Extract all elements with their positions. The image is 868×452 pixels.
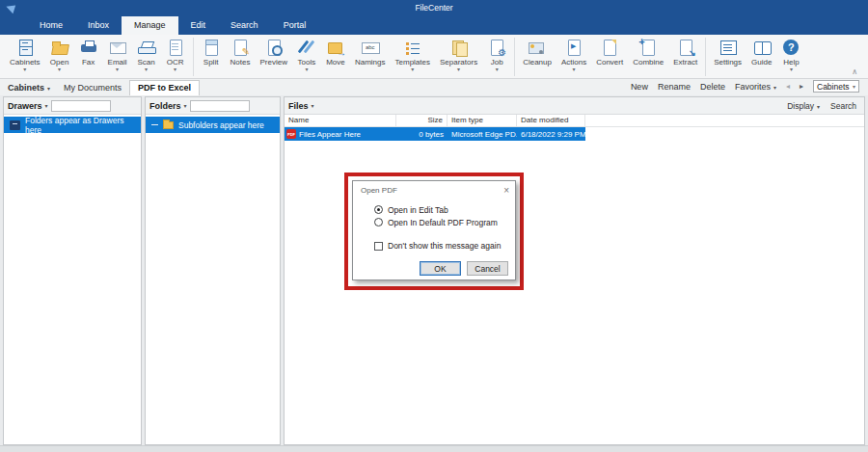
ribbon-button[interactable]: Actions ▾ (556, 38, 591, 76)
radio-option[interactable]: Open In Default PDF Program (374, 216, 515, 228)
file-name: Files Appear Here (299, 130, 361, 139)
dialog-title: Open PDF (361, 186, 397, 195)
ribbon-button[interactable]: Move ▾ (321, 38, 350, 76)
dont-show-again-option[interactable]: Don't show this message again (374, 241, 515, 251)
ribbon-button[interactable]: Templates ▾ (391, 38, 435, 76)
ribbon-button[interactable]: Email ▾ (103, 38, 132, 76)
menu-tab[interactable]: Manage (122, 16, 178, 35)
ribbon-button[interactable]: Separators ▾ (435, 38, 482, 76)
chevron-down-icon[interactable]: ▾ (184, 102, 187, 109)
ribbon-button[interactable]: Settings ▾ (709, 38, 746, 76)
ribbon-button[interactable]: Extract ▾ (668, 38, 702, 76)
cabinet-icon (15, 39, 35, 56)
ribbon-button[interactable]: Guide ▾ (746, 38, 776, 76)
radio-option[interactable]: Open in Edit Tab (374, 203, 515, 216)
radio-icon[interactable] (374, 205, 383, 214)
menu-tab[interactable]: Edit (178, 16, 219, 35)
chevron-down-icon: ▾ (305, 66, 308, 72)
open-pdf-dialog: Open PDF × Open in Edit Tab Open In Defa… (352, 180, 516, 280)
pathbar-action[interactable]: New▾ (631, 82, 648, 92)
pathbar-action[interactable]: Rename▾ (658, 82, 691, 92)
chevron-down-icon: ▾ (853, 83, 855, 90)
menu-tab[interactable]: Inbox (75, 16, 122, 35)
ribbon-button-label: Scan (137, 58, 154, 66)
column-header[interactable]: Name (285, 115, 396, 126)
prev-page-button[interactable]: ◂ (786, 82, 790, 91)
column-header[interactable]: Date modified (517, 115, 585, 126)
display-menu[interactable]: Display▾ (787, 101, 820, 111)
move-folder-icon (326, 39, 345, 56)
ribbon-button[interactable]: Scan ▾ (132, 38, 161, 76)
ribbon-button[interactable]: OCR ▾ (161, 38, 190, 76)
files-search-button[interactable]: Search (830, 101, 856, 111)
drawers-header: Drawers ▾ (4, 97, 141, 115)
ribbon-button[interactable]: Fax ▾ (74, 38, 103, 76)
dialog-buttons: OK Cancel (374, 261, 515, 276)
radio-icon[interactable] (374, 218, 383, 226)
status-strip (0, 445, 868, 452)
ribbon-button[interactable]: Job ▾ (482, 38, 511, 76)
ok-button[interactable]: OK (420, 261, 461, 276)
ribbon-button[interactable]: Combine ▾ (628, 38, 668, 76)
pathbar-action[interactable]: Favorites▾ (735, 82, 776, 92)
folder-item[interactable]: Subfolders appear here (146, 117, 280, 133)
column-header[interactable]: Item type (448, 115, 517, 126)
column-header[interactable]: Size (396, 115, 448, 126)
chevron-down-icon: ▾ (116, 66, 119, 72)
chevron-down-icon: ▾ (817, 104, 820, 110)
filecenter-window: FileCenter Home Inbox Manage Edit Search… (0, 0, 868, 452)
next-page-button[interactable]: ▸ (800, 82, 803, 91)
cabinet-tab[interactable]: PDF to Excel (129, 80, 200, 95)
templates-icon (403, 39, 422, 56)
ribbon-button-label: Tools (298, 58, 316, 66)
ribbon-button[interactable]: Cabinets ▾ (5, 38, 45, 76)
ribbon-button[interactable]: Split ▾ (197, 38, 226, 76)
cabinets-menu[interactable]: Cabinets (0, 83, 47, 95)
ribbon-group-process: Cleanup ▾ Actions ▾ Convert ▾ Co (515, 38, 706, 76)
files-header-actions: Display▾ Search (787, 101, 860, 111)
ribbon-button-label: Move (326, 58, 345, 66)
menu-tab[interactable]: Home (27, 16, 75, 35)
namings-icon (361, 39, 380, 56)
drawers-search-input[interactable] (51, 100, 111, 112)
radio-option-label: Open in Edit Tab (388, 205, 448, 215)
chevron-down-icon[interactable]: ▾ (45, 102, 48, 109)
cancel-button[interactable]: Cancel (467, 261, 508, 276)
ribbon-button[interactable]: Help ▾ (776, 38, 805, 76)
pathbar-action[interactable]: Delete▾ (700, 82, 725, 92)
ribbon-button-label: Email (108, 58, 127, 66)
pathbar-action-label: Rename (658, 82, 691, 92)
ribbon-button[interactable]: Cleanup ▾ (518, 38, 556, 76)
guide-book-icon (752, 39, 772, 56)
cabinet-selector-dropdown[interactable]: Cabinets ▾ (813, 80, 859, 93)
chevron-down-icon: ▾ (573, 66, 576, 72)
ribbon-button[interactable]: Notes ▾ (226, 38, 256, 76)
menu-tab[interactable]: Portal (271, 16, 319, 35)
drawer-icon (10, 120, 20, 130)
ribbon-button[interactable]: Preview ▾ (256, 38, 292, 76)
menu-tab[interactable]: Search (218, 16, 271, 35)
ribbon-button-label: Namings (355, 58, 386, 66)
drawer-item[interactable]: Folders appear as Drawers here (4, 117, 141, 133)
ribbon-button[interactable]: Namings ▾ (350, 38, 391, 76)
folders-header: Folders ▾ (146, 97, 280, 115)
ribbon-button-label: Templates (395, 58, 430, 66)
chevron-down-icon[interactable]: ▾ (47, 85, 56, 95)
ribbon-button[interactable]: Open ▾ (45, 38, 74, 76)
drawers-title: Drawers (8, 101, 42, 111)
table-row[interactable]: Files Appear Here 0 bytes Microsoft Edge… (285, 127, 585, 141)
collapse-ribbon-icon[interactable]: ∧ (852, 67, 857, 76)
checkbox-icon[interactable] (374, 242, 383, 251)
window-title: FileCenter (0, 0, 868, 16)
ribbon-button[interactable]: Convert ▾ (591, 38, 628, 76)
ribbon-button-label: Settings (714, 58, 742, 66)
folders-search-input[interactable] (190, 100, 250, 112)
cabinet-tab[interactable]: My Documents (56, 81, 129, 95)
ribbon-button-label: Open (50, 58, 69, 66)
folders-panel: Folders ▾ Subfolders appear here (145, 96, 281, 445)
chevron-down-icon[interactable]: ▾ (312, 102, 314, 109)
ribbon-button[interactable]: Tools ▾ (292, 38, 321, 76)
close-icon[interactable]: × (503, 187, 509, 195)
pdf-icon (286, 129, 296, 139)
checkbox-label: Don't show this message again (388, 241, 501, 251)
